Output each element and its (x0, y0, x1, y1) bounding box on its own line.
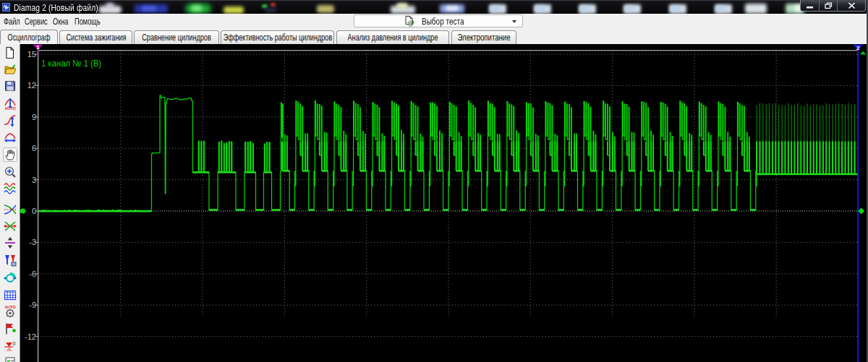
svg-text:0: 0 (13, 341, 16, 346)
svg-text:1: 1 (36, 44, 40, 51)
svg-text:15: 15 (27, 50, 36, 59)
svg-text:-12: -12 (25, 332, 36, 341)
svg-text:1 канал № 1 (В): 1 канал № 1 (В) (41, 58, 101, 69)
svg-text:AUTO: AUTO (4, 106, 15, 111)
svg-text:AUTO: AUTO (4, 305, 15, 309)
svg-text:2: 2 (856, 45, 860, 51)
svg-text:12: 12 (27, 81, 36, 90)
